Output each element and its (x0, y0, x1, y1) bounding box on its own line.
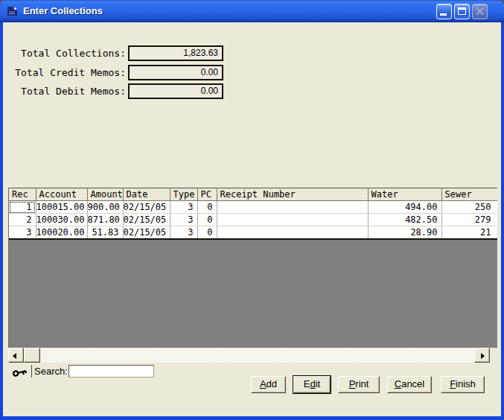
table-row[interactable]: 3 100020.00 51.83 02/15/05 3 0 28.90 21 (9, 226, 497, 240)
table-cell-receipt-number[interactable] (217, 214, 368, 226)
table-cell-water[interactable]: 482.50 (368, 214, 441, 226)
print-button[interactable]: Print (338, 376, 380, 393)
key-icon (11, 366, 29, 378)
table-cell-type[interactable]: 3 (170, 201, 197, 214)
total-debit-memos-field: 0.00 (128, 83, 223, 99)
table-cell-type[interactable]: 3 (170, 214, 197, 226)
table-cell-account[interactable]: 100020.00 (36, 226, 87, 240)
table-cell-pc[interactable]: 0 (197, 226, 217, 240)
table-cell-date[interactable]: 02/15/05 (123, 201, 170, 214)
table-cell-receipt-number[interactable] (217, 226, 368, 240)
maximize-button[interactable] (454, 4, 470, 19)
scroll-right-button[interactable] (474, 348, 490, 363)
table-cell-sewer[interactable]: 279 (441, 214, 497, 226)
cancel-button[interactable]: Cancel (387, 376, 432, 393)
table-cell-rec[interactable]: 1 (9, 201, 36, 214)
minimize-button[interactable] (436, 4, 452, 19)
table-cell-pc[interactable]: 0 (197, 214, 217, 226)
total-credit-memos-field: 0.00 (128, 65, 223, 80)
search-input[interactable] (68, 365, 154, 378)
close-icon: ✕ (473, 4, 487, 19)
window-title: Enter Collections (23, 0, 103, 22)
maximize-icon (458, 7, 466, 15)
column-header-rec: Rec (9, 188, 36, 201)
scroll-thumb[interactable] (24, 348, 40, 363)
scroll-left-button[interactable] (8, 348, 24, 363)
finish-button[interactable]: Finish (441, 376, 485, 393)
table-cell-rec[interactable]: 2 (9, 214, 36, 226)
column-header-receipt-number: Receipt Number (217, 188, 368, 201)
table-cell-sewer[interactable]: 21 (441, 226, 497, 240)
total-debit-memos-label: Total Debit Memos: (11, 83, 126, 99)
column-header-amount: Amount (87, 188, 123, 201)
table-cell-water[interactable]: 494.00 (368, 201, 441, 214)
left-arrow-icon (13, 353, 16, 359)
column-header-date: Date (123, 188, 170, 201)
search-label: Search: (34, 365, 68, 378)
right-arrow-icon (481, 353, 485, 359)
column-header-type: Type (170, 188, 197, 201)
minimize-icon (440, 13, 447, 16)
grid-header-row: Rec Account Amount Date Type PC Receipt … (9, 188, 497, 201)
table-cell-account[interactable]: 100015.00 (36, 201, 87, 214)
close-button[interactable]: ✕ (472, 4, 488, 19)
edit-button[interactable]: Edit (293, 376, 331, 393)
table-cell-amount[interactable]: 900.00 (87, 201, 123, 214)
table-cell-date[interactable]: 02/15/05 (123, 226, 170, 240)
table-cell-water[interactable]: 28.90 (368, 226, 441, 240)
table-row[interactable]: 2 100030.00 871.80 02/15/05 3 0 482.50 2… (9, 214, 497, 226)
titlebar: Enter Collections ✕ (0, 0, 504, 22)
add-button[interactable]: Add (251, 376, 286, 393)
horizontal-scrollbar[interactable] (8, 348, 490, 363)
collections-grid: Rec Account Amount Date Type PC Receipt … (8, 188, 497, 348)
enter-collections-window: Enter Collections ✕ Total Collections: 1… (0, 0, 504, 420)
total-collections-field: 1,823.63 (128, 45, 223, 61)
column-header-water: Water (368, 188, 441, 201)
column-header-sewer: Sewer (441, 188, 497, 201)
table-row[interactable]: 1 100015.00 900.00 02/15/05 3 0 494.00 2… (9, 201, 497, 214)
total-credit-memos-label: Total Credit Memos: (11, 65, 126, 80)
table-cell-receipt-number[interactable] (217, 201, 368, 214)
table-cell-amount[interactable]: 871.80 (87, 214, 123, 226)
search-divider (31, 365, 32, 378)
table-cell-date[interactable]: 02/15/05 (123, 214, 170, 226)
window-icon[interactable] (6, 5, 19, 17)
table-cell-sewer[interactable]: 250 (441, 201, 497, 214)
table-cell-pc[interactable]: 0 (197, 201, 217, 214)
table-cell-amount[interactable]: 51.83 (87, 226, 123, 240)
table-cell-type[interactable]: 3 (170, 226, 197, 240)
column-header-pc: PC (197, 188, 217, 201)
table-cell-rec[interactable]: 3 (9, 226, 36, 240)
column-header-account: Account (36, 188, 87, 201)
total-collections-label: Total Collections: (11, 45, 126, 61)
table-cell-account[interactable]: 100030.00 (36, 214, 87, 226)
